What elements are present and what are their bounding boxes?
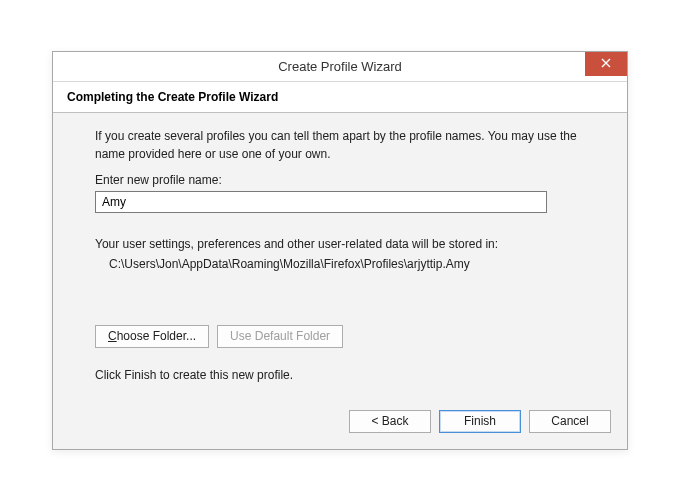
intro-text: If you create several profiles you can t…: [95, 127, 607, 163]
wizard-content: If you create several profiles you can t…: [53, 113, 627, 398]
close-button[interactable]: [585, 52, 627, 76]
finish-button[interactable]: Finish: [439, 410, 521, 433]
create-profile-wizard-dialog: Create Profile Wizard Completing the Cre…: [52, 51, 628, 450]
wizard-footer: < Back Finish Cancel: [53, 398, 627, 449]
cancel-button[interactable]: Cancel: [529, 410, 611, 433]
titlebar: Create Profile Wizard: [53, 52, 627, 82]
wizard-subheader: Completing the Create Profile Wizard: [53, 82, 627, 113]
back-button[interactable]: < Back: [349, 410, 431, 433]
profile-name-input[interactable]: [95, 191, 547, 213]
use-default-folder-button: Use Default Folder: [217, 325, 343, 348]
storage-location-path: C:\Users\Jon\AppData\Roaming\Mozilla\Fir…: [109, 257, 607, 271]
storage-location-label: Your user settings, preferences and othe…: [95, 235, 607, 253]
folder-button-row: Choose Folder... Use Default Folder: [95, 325, 607, 348]
close-icon: [601, 57, 611, 71]
window-title: Create Profile Wizard: [278, 59, 402, 74]
finish-hint-text: Click Finish to create this new profile.: [95, 368, 607, 382]
choose-folder-button[interactable]: Choose Folder...: [95, 325, 209, 348]
profile-name-label: Enter new profile name:: [95, 173, 607, 187]
